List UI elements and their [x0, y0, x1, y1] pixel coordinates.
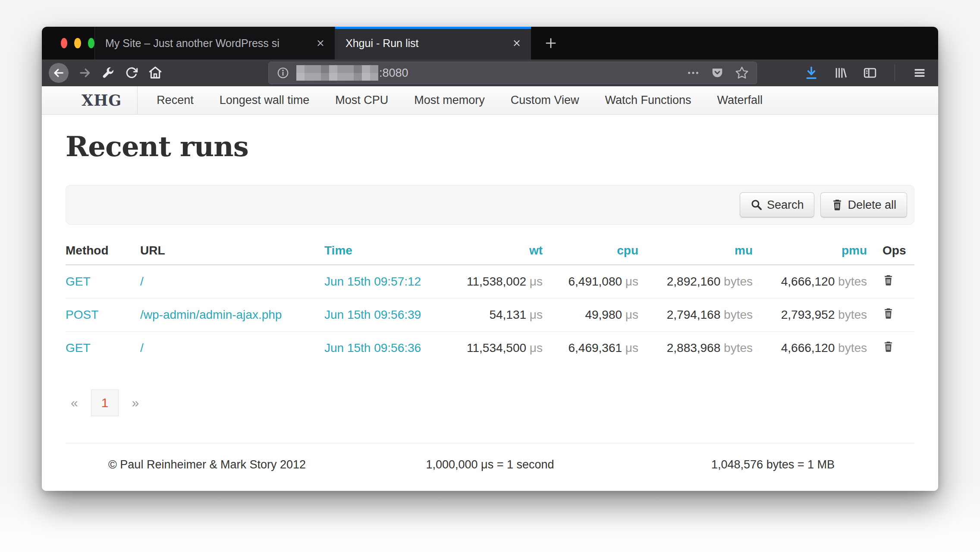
delete-all-button[interactable]: Delete all — [820, 192, 907, 217]
pocket-icon[interactable] — [711, 66, 724, 79]
footer-copyright: © Paul Reinheimer & Mark Story 2012 — [66, 458, 349, 471]
browser-window: My Site – Just another WordPress si Xhgu… — [42, 27, 938, 491]
nav-item-custom-view[interactable]: Custom View — [498, 94, 592, 107]
wt-unit: μs — [530, 308, 543, 321]
cpu-unit: μs — [625, 341, 638, 355]
pmu-value: 4,666,120 — [781, 275, 835, 288]
tab-title: Xhgui - Run list — [346, 37, 503, 50]
table-header-row: Method URL Time wt cpu mu pmu Ops — [66, 239, 914, 265]
actions-toolbar: Search Delete all — [66, 185, 914, 225]
library-icon — [833, 66, 848, 80]
nav-item-most-memory[interactable]: Most memory — [401, 94, 498, 107]
developer-tools-button[interactable] — [101, 66, 115, 80]
wt-unit: μs — [530, 275, 543, 288]
run-url-link[interactable]: /wp-admin/admin-ajax.php — [140, 308, 282, 321]
url-bar[interactable]: :8080 — [268, 62, 757, 84]
library-button[interactable] — [833, 66, 848, 80]
run-method-link[interactable]: GET — [66, 341, 91, 355]
run-method-link[interactable]: GET — [66, 275, 91, 288]
runs-table: Method URL Time wt cpu mu pmu Ops GET — [66, 239, 914, 364]
page-title: Recent runs — [66, 130, 914, 163]
menu-button[interactable] — [912, 66, 927, 80]
url-port-text: :8080 — [379, 66, 408, 80]
forward-arrow-icon — [78, 66, 92, 80]
site-info-icon[interactable] — [276, 66, 289, 79]
col-header-cpu[interactable]: cpu — [543, 239, 638, 265]
cpu-unit: μs — [625, 275, 638, 288]
tab-close-button[interactable] — [509, 36, 524, 50]
home-button[interactable] — [148, 66, 163, 80]
back-arrow-icon — [52, 66, 65, 79]
trash-icon — [883, 274, 894, 286]
tab-close-button[interactable] — [313, 36, 328, 50]
home-icon — [148, 66, 163, 80]
trash-icon — [883, 308, 894, 319]
tab-title: My Site – Just another WordPress si — [105, 37, 307, 50]
close-icon — [316, 38, 325, 48]
delete-run-button[interactable] — [883, 341, 894, 352]
tab-xhgui-run-list[interactable]: Xhgui - Run list — [335, 27, 531, 60]
cpu-value: 6,491,080 — [569, 275, 622, 288]
cpu-value: 49,980 — [585, 308, 622, 321]
footer-bytes-note: 1,048,576 bytes = 1 MB — [631, 458, 914, 471]
nav-item-recent[interactable]: Recent — [144, 94, 207, 107]
browser-toolbar: :8080 — [42, 60, 938, 86]
close-window-button[interactable] — [61, 38, 67, 48]
redacted-url-host — [296, 65, 378, 81]
zoom-window-button[interactable] — [88, 38, 94, 48]
run-method-link[interactable]: POST — [66, 308, 98, 321]
tab-wordpress-site[interactable]: My Site – Just another WordPress si — [94, 27, 335, 60]
run-time-link[interactable]: Jun 15th 09:56:39 — [324, 308, 421, 321]
back-button[interactable] — [49, 63, 69, 83]
mu-value: 2,892,160 — [667, 275, 721, 288]
run-time-link[interactable]: Jun 15th 09:56:36 — [324, 341, 421, 355]
reload-icon — [125, 66, 138, 80]
wt-value: 54,131 — [489, 308, 526, 321]
nav-item-watch-functions[interactable]: Watch Functions — [592, 94, 704, 107]
delete-run-button[interactable] — [883, 308, 894, 319]
delete-run-button[interactable] — [883, 274, 894, 286]
search-button-label: Search — [767, 198, 804, 212]
sidebar-toggle-button[interactable] — [863, 66, 877, 80]
minimize-window-button[interactable] — [74, 38, 81, 48]
mu-unit: bytes — [724, 341, 753, 355]
forward-button[interactable] — [78, 66, 92, 80]
col-header-method: Method — [66, 239, 140, 265]
nav-item-waterfall[interactable]: Waterfall — [704, 94, 776, 107]
mu-unit: bytes — [724, 275, 753, 288]
nav-item-longest-wall-time[interactable]: Longest wall time — [207, 94, 323, 107]
desktop-background: My Site – Just another WordPress si Xhgu… — [0, 0, 980, 559]
search-icon — [751, 199, 763, 211]
xhgui-brand[interactable]: XHG — [82, 86, 138, 114]
trash-icon — [831, 199, 843, 211]
run-url-link[interactable]: / — [140, 275, 144, 288]
pagination-next-button[interactable]: » — [132, 396, 139, 410]
col-header-pmu[interactable]: pmu — [753, 239, 867, 265]
bookmark-star-icon[interactable] — [735, 66, 749, 80]
window-controls — [42, 27, 94, 60]
reload-button[interactable] — [125, 66, 138, 80]
search-button[interactable]: Search — [740, 192, 815, 217]
run-url-link[interactable]: / — [140, 341, 144, 355]
col-header-time[interactable]: Time — [324, 239, 423, 265]
close-icon — [512, 38, 521, 48]
nav-item-most-cpu[interactable]: Most CPU — [322, 94, 401, 107]
wt-unit: μs — [530, 341, 543, 355]
page-actions-icon[interactable] — [687, 66, 700, 79]
pagination: « 1 » — [66, 389, 914, 416]
footer-time-note: 1,000,000 μs = 1 second — [349, 458, 631, 471]
col-header-mu[interactable]: mu — [638, 239, 753, 265]
pmu-value: 2,793,952 — [781, 308, 835, 321]
wt-value: 11,534,500 — [467, 341, 526, 355]
hamburger-menu-icon — [912, 66, 927, 80]
plus-icon — [544, 37, 557, 50]
pmu-value: 4,666,120 — [781, 341, 835, 355]
col-header-wt[interactable]: wt — [423, 239, 543, 265]
downloads-button[interactable] — [804, 66, 819, 80]
run-time-link[interactable]: Jun 15th 09:57:12 — [324, 275, 421, 288]
pagination-page-1[interactable]: 1 — [91, 389, 119, 416]
pmu-unit: bytes — [838, 341, 867, 355]
new-tab-button[interactable] — [541, 34, 560, 53]
pagination-prev-button[interactable]: « — [71, 396, 78, 410]
page-footer: © Paul Reinheimer & Mark Story 2012 1,00… — [66, 443, 914, 471]
